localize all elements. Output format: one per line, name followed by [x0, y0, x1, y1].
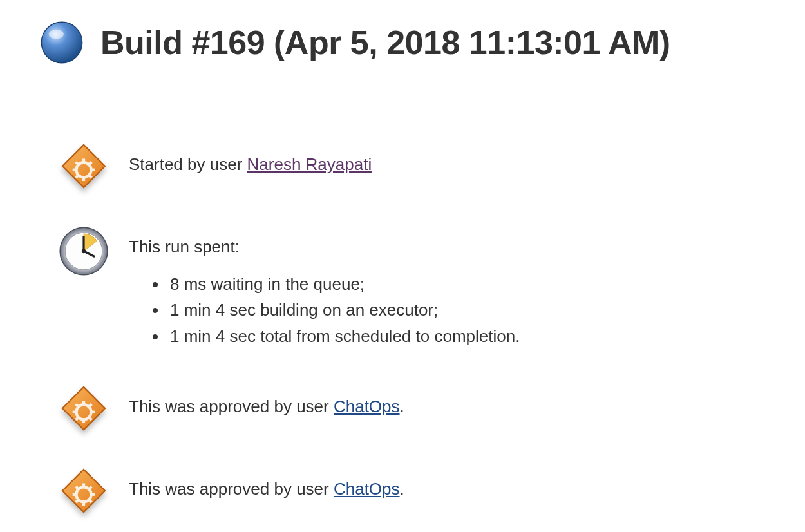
approved-prefix: This was approved by user: [129, 397, 334, 416]
started-by-user-link[interactable]: Naresh Rayapati: [247, 155, 372, 174]
svg-marker-2: [62, 145, 105, 187]
svg-line-9: [89, 162, 91, 165]
svg-line-8: [76, 162, 79, 165]
build-header: Build #169 (Apr 5, 2018 11:13:01 AM): [39, 19, 766, 66]
svg-line-35: [76, 500, 79, 502]
entry-approved-2: This was approved by user ChatOps.: [39, 468, 766, 514]
run-spent-label: This run spent:: [129, 234, 520, 260]
entry-started-by: Started by user Naresh Rayapati: [39, 143, 766, 189]
svg-line-10: [76, 175, 79, 178]
status-ball-icon: [39, 19, 85, 66]
run-spent-item: 8 ms waiting in the queue;: [167, 271, 520, 297]
cause-gear-icon: [61, 143, 107, 189]
entry-run-spent: This run spent: 8 ms waiting in the queu…: [39, 225, 766, 349]
svg-point-0: [41, 22, 82, 62]
approved-user-link[interactable]: ChatOps: [334, 397, 400, 416]
svg-line-11: [89, 175, 91, 178]
approved-suffix: .: [400, 479, 404, 499]
build-page: Build #169 (Apr 5, 2018 11:13:01 AM): [0, 0, 805, 532]
svg-line-33: [76, 486, 79, 489]
started-by-prefix: Started by user: [129, 155, 247, 174]
svg-marker-17: [62, 387, 105, 430]
entry-approved-1: This was approved by user ChatOps.: [39, 385, 766, 432]
svg-line-26: [89, 417, 91, 420]
clock-icon: [58, 225, 109, 277]
approved-prefix: This was approved by user: [129, 479, 334, 499]
cause-gear-icon: [61, 385, 107, 432]
svg-marker-27: [62, 470, 105, 512]
svg-line-25: [76, 417, 79, 420]
run-spent-list: 8 ms waiting in the queue; 1 min 4 sec b…: [129, 271, 520, 349]
run-spent-item: 1 min 4 sec total from scheduled to comp…: [167, 323, 520, 349]
build-title: Build #169 (Apr 5, 2018 11:13:01 AM): [100, 23, 670, 62]
approved-user-link[interactable]: ChatOps: [334, 479, 400, 499]
svg-line-36: [89, 500, 91, 502]
build-entries: Started by user Naresh Rayapati: [39, 143, 766, 532]
run-spent-item: 1 min 4 sec building on an executor;: [167, 297, 520, 323]
svg-point-1: [49, 30, 64, 39]
approved-suffix: .: [400, 397, 404, 416]
svg-line-24: [89, 404, 91, 406]
svg-line-34: [89, 486, 91, 489]
svg-line-23: [76, 404, 79, 406]
cause-gear-icon: [61, 468, 107, 514]
